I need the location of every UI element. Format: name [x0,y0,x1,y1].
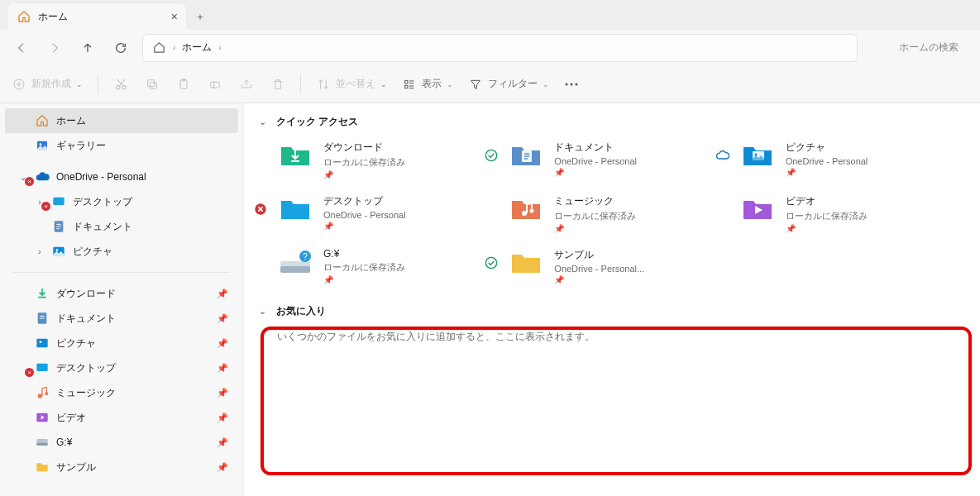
forward-button[interactable] [40,33,69,63]
main: › ホーム › ギャラリー ⌄ OneDrive - Personal × › … [0,103,980,496]
paste-button[interactable] [176,77,191,92]
sidebar-pin-item[interactable]: ›ドキュメント📌 [5,306,238,331]
svg-rect-22 [36,364,47,371]
svg-point-34 [530,209,534,213]
tab-home[interactable]: ホーム × [8,3,186,30]
sidebar-pin-item[interactable]: ›デスクトップ📌× [5,355,238,380]
folder-icon [508,248,544,278]
pin-icon: 📌 [323,222,406,231]
item-name: サンプル [554,248,644,262]
item-location: OneDrive - Personal [786,156,868,166]
sidebar-item-label: デスクトップ [56,361,116,375]
new-tab-button[interactable]: ＋ [186,3,214,30]
sidebar-item-onedrive[interactable]: ⌄ OneDrive - Personal × [5,165,238,189]
folder-icon: ? [277,248,313,278]
sidebar-pin-item[interactable]: ›サンプル📌 [5,455,238,479]
sort-icon [316,77,331,92]
copy-button[interactable] [145,77,160,92]
quick-access-item[interactable]: デスクトップOneDrive - Personal📌 [277,194,508,233]
sidebar-item-home[interactable]: › ホーム [5,108,238,133]
sidebar-item-gallery[interactable]: › ギャラリー [5,133,238,158]
svg-point-24 [45,392,48,395]
separator [13,272,230,273]
quick-access-item[interactable]: ビデオローカルに保存済み📌 [739,194,970,233]
breadcrumb-home[interactable]: ホーム [182,41,212,55]
sidebar-item-od-desktop[interactable]: › デスクトップ × [5,189,238,214]
item-name: ダウンロード [323,141,405,155]
sort-button[interactable]: 並べ替え ⌄ [316,77,387,92]
svg-rect-9 [405,85,408,88]
folder-icon [277,141,313,170]
folder-icon [508,194,544,224]
home-icon [17,9,31,24]
sidebar-item-label: サンプル [56,460,96,475]
breadcrumb-sep-icon: › [218,43,221,52]
sidebar-pin-item[interactable]: ›ビデオ📌 [5,405,238,430]
search-input[interactable]: ホームの検索 [884,41,973,55]
new-button[interactable]: 新規作成 ⌄ [12,77,83,92]
sidebar: › ホーム › ギャラリー ⌄ OneDrive - Personal × › … [0,103,244,496]
back-button[interactable] [7,33,36,63]
sidebar-pin-item[interactable]: ›ミュージック📌 [5,380,238,405]
more-icon [564,77,579,92]
section-favorites[interactable]: ⌄ お気に入り [254,304,970,318]
view-button[interactable]: 表示 ⌄ [402,77,453,92]
item-location: OneDrive - Personal [323,210,406,220]
item-location: ローカルに保存済み [554,210,636,222]
svg-rect-3 [150,82,156,88]
pin-icon: 📌 [217,413,228,423]
quick-access-item[interactable]: ピクチャOneDrive - Personal📌 [739,141,970,179]
sidebar-pin-item[interactable]: ›ピクチャ📌 [5,331,238,355]
pin-icon: 📌 [323,170,405,179]
status-icon [485,149,498,162]
navbar: › ホーム › ホームの検索 [0,30,980,65]
sidebar-item-od-documents[interactable]: › ドキュメント [5,214,238,239]
item-name: ミュージック [554,194,636,208]
sidebar-item-od-pictures[interactable]: › ピクチャ [5,239,238,264]
filter-button[interactable]: フィルター ⌄ [468,77,549,92]
svg-point-10 [566,83,568,85]
svg-rect-8 [405,80,408,83]
error-badge-icon: × [41,202,50,211]
share-button[interactable] [239,77,254,92]
folder-icon [35,410,50,425]
chevron-right-icon[interactable]: › [35,247,45,256]
pin-icon: 📌 [554,275,644,284]
more-button[interactable] [564,77,579,92]
section-quick-access[interactable]: ⌄ クイック アクセス [254,115,970,129]
refresh-button[interactable] [106,33,136,63]
home-icon [151,41,166,55]
folder-icon [35,460,50,475]
quick-access-item[interactable]: ドキュメントOneDrive - Personal📌 [508,141,739,179]
quick-access-item[interactable]: ?G:¥ローカルに保存済み📌 [277,248,508,284]
item-name: デスクトップ [323,194,406,208]
sidebar-pin-item[interactable]: ›ダウンロード📌 [5,281,238,306]
quick-access-item[interactable]: ダウンロードローカルに保存済み📌 [277,141,508,179]
pin-icon: 📌 [217,437,228,448]
sidebar-item-label: ダウンロード [56,287,116,301]
tab-close-icon[interactable]: × [171,10,178,23]
pin-icon: 📌 [217,462,228,473]
up-button[interactable] [73,33,103,63]
address-bar[interactable]: › ホーム › [142,34,858,62]
folder-icon [35,435,50,450]
svg-rect-20 [36,339,47,348]
status-icon [254,203,267,216]
plus-circle-icon [12,77,26,92]
sidebar-pin-item[interactable]: ›G:¥📌 [5,430,238,455]
delete-button[interactable] [270,77,285,92]
svg-point-14 [40,143,42,145]
quick-access-item[interactable]: サンプルOneDrive - Personal...📌 [508,248,739,284]
folder-icon [739,141,776,170]
rename-button[interactable] [208,77,222,92]
pin-icon: 📌 [786,224,868,233]
status-icon [716,149,729,162]
cut-button[interactable] [113,77,128,92]
quick-access-item[interactable]: ミュージックローカルに保存済み📌 [508,194,739,233]
error-badge-icon: × [25,177,34,186]
svg-point-39 [486,257,497,268]
item-location: OneDrive - Personal [554,156,637,166]
item-name: ピクチャ [786,141,868,155]
item-name: ドキュメント [554,141,637,155]
chevron-down-icon: ⌄ [259,306,266,317]
